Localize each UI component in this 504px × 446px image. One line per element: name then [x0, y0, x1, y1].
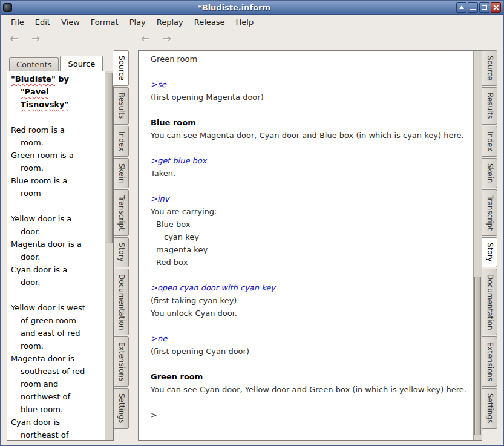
- app-icon: [3, 3, 12, 12]
- source-title-text: by: [56, 74, 69, 84]
- shade-button[interactable]: [456, 2, 466, 13]
- story-line-blank: [151, 65, 468, 78]
- story-line-blank: [151, 269, 468, 281]
- subtab-source[interactable]: Source: [60, 56, 103, 71]
- misspelled-word: "Pavel Tisnovsky": [21, 87, 68, 109]
- vtab-skein[interactable]: Skein: [114, 158, 129, 188]
- vtab-source[interactable]: Source: [482, 50, 497, 86]
- vtab-skein[interactable]: Skein: [482, 158, 497, 188]
- back-icon: ←: [10, 32, 18, 44]
- left-nav-group: ← →: [7, 31, 43, 45]
- vtab-extensions[interactable]: Extensions: [482, 336, 497, 387]
- vtab-index[interactable]: Index: [482, 126, 497, 157]
- story-line-command: >ne: [151, 332, 468, 345]
- menu-file[interactable]: File: [5, 16, 30, 28]
- vtab-story[interactable]: Story: [482, 237, 497, 267]
- story-line-plain: Red box: [151, 256, 468, 269]
- story-line-plain: Taken.: [151, 167, 468, 180]
- source-scrollbar[interactable]: [105, 71, 113, 440]
- story-line-prompt: >: [151, 408, 468, 421]
- vtab-transcript[interactable]: Transcript: [482, 189, 497, 236]
- source-paragraph: Green room is a room.: [11, 149, 88, 174]
- menu-view[interactable]: View: [56, 16, 85, 28]
- maximize-icon: [482, 5, 487, 10]
- story-line-blank: [151, 142, 468, 154]
- left-vtabs: SourceResultsIndexSkeinTranscriptStoryDo…: [114, 50, 129, 429]
- source-paragraph: Blue room is a room: [11, 174, 88, 200]
- source-paragraph: Red room is a room.: [11, 123, 88, 149]
- vtab-index[interactable]: Index: [114, 126, 129, 157]
- story-text[interactable]: Green room>se(first opening Magenta door…: [139, 51, 473, 440]
- back-button-left[interactable]: ←: [7, 31, 21, 45]
- story-line-plain: You can see Cyan door, Yellow door and G…: [151, 383, 468, 396]
- source-blank-line: [11, 200, 88, 212]
- menu-edit[interactable]: Edit: [30, 16, 56, 28]
- source-paragraph: Magenta door is southeast of red room an…: [11, 352, 88, 416]
- vtab-documentation[interactable]: Documentation: [114, 269, 129, 336]
- minimize-button[interactable]: [468, 2, 478, 13]
- text-cursor: [159, 410, 159, 419]
- menubar: FileEditViewFormatPlayReplayReleaseHelp: [1, 15, 503, 29]
- story-line-blank: [151, 180, 468, 192]
- right-nav-group: ← →: [138, 31, 174, 45]
- forward-icon: →: [31, 32, 40, 44]
- menu-play[interactable]: Play: [124, 16, 151, 28]
- source-paragraph: Yellow door is west of green room and ea…: [11, 301, 88, 352]
- left-panel: ContentsSource "Bludiste" by "Pavel Tisn…: [5, 50, 114, 441]
- forward-button-left[interactable]: →: [28, 31, 43, 45]
- story-line-blank: [151, 320, 468, 332]
- menu-help[interactable]: Help: [231, 16, 260, 28]
- vtab-results[interactable]: Results: [482, 87, 497, 124]
- vtab-story[interactable]: Story: [114, 237, 129, 267]
- story-line-plain: (first opening Magenta door): [151, 91, 468, 103]
- story-line-plain: Blue box: [151, 218, 468, 231]
- window-controls: [456, 2, 501, 13]
- story-line-blank: [151, 103, 468, 116]
- menu-release[interactable]: Release: [189, 16, 231, 28]
- close-button[interactable]: [491, 2, 501, 13]
- maximize-button[interactable]: [479, 2, 489, 13]
- vtab-settings[interactable]: Settings: [114, 388, 129, 428]
- story-scrollbar-thumb[interactable]: [474, 277, 481, 435]
- story-line-command: >open cyan door with cyan key: [151, 281, 468, 294]
- subtabs: ContentsSource: [5, 50, 114, 71]
- forward-button-right[interactable]: →: [160, 31, 174, 45]
- window-title: *Bludiste.inform: [15, 3, 454, 12]
- story-line-heading: Blue room: [151, 116, 468, 129]
- back-button-right[interactable]: ←: [138, 31, 152, 45]
- vtab-results[interactable]: Results: [114, 87, 129, 124]
- story-line-blank: [151, 358, 468, 370]
- story-line-plain: (first opening Cyan door): [151, 345, 468, 358]
- story-line-plain: (first taking cyan key): [151, 294, 468, 307]
- right-panel: Green room>se(first opening Magenta door…: [138, 50, 482, 441]
- source-title: "Bludiste" by "Pavel Tisnovsky": [11, 73, 88, 111]
- forward-icon: →: [163, 32, 171, 44]
- vtab-documentation[interactable]: Documentation: [482, 269, 497, 336]
- vtab-source[interactable]: Source: [113, 50, 129, 86]
- pane-splitter[interactable]: [129, 50, 138, 441]
- subtab-contents[interactable]: Contents: [9, 57, 59, 71]
- story-line-blank: [151, 396, 468, 408]
- titlebar[interactable]: *Bludiste.inform: [1, 1, 503, 15]
- vtab-settings[interactable]: Settings: [482, 388, 497, 428]
- right-vtabs: SourceResultsIndexSkeinTranscriptStoryDo…: [482, 50, 497, 429]
- vtab-extensions[interactable]: Extensions: [114, 336, 129, 387]
- close-icon: [493, 5, 499, 10]
- menu-format[interactable]: Format: [85, 16, 124, 28]
- toolbar: ← → ← →: [1, 29, 503, 48]
- shade-icon: [459, 5, 464, 9]
- source-paragraph: Yellow door is a door.: [11, 212, 88, 238]
- source-paragraph: Cyan door is a door.: [11, 263, 88, 289]
- source-paragraph: Cyan door is northeast of blue room and …: [11, 416, 88, 440]
- story-line-plain: magenta key: [151, 243, 468, 256]
- source-text[interactable]: "Bludiste" by "Pavel Tisnovsky"Red room …: [7, 71, 105, 440]
- story-scrollbar[interactable]: [473, 51, 482, 440]
- menu-replay[interactable]: Replay: [151, 16, 189, 28]
- source-editor[interactable]: "Bludiste" by "Pavel Tisnovsky"Red room …: [7, 71, 114, 441]
- story-line-plain: Green room: [151, 53, 468, 65]
- story-line-plain: You unlock Cyan door.: [151, 307, 468, 320]
- source-scrollbar-thumb[interactable]: [106, 73, 113, 243]
- story-line-command: >se: [151, 78, 468, 91]
- vtab-transcript[interactable]: Transcript: [114, 189, 129, 236]
- source-blank-line: [11, 289, 88, 301]
